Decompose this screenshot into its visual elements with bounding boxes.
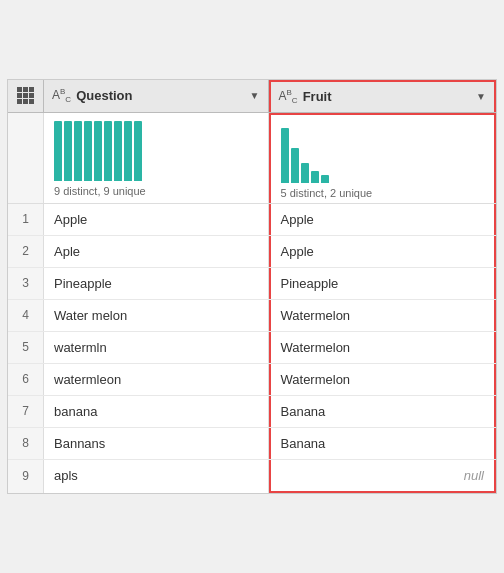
fruit-value: null bbox=[269, 460, 497, 493]
table-row: 2ApleApple bbox=[8, 236, 496, 268]
question-value: Bannans bbox=[44, 428, 269, 459]
fruit-histogram-label: 5 distinct, 2 unique bbox=[281, 187, 373, 199]
row-number: 9 bbox=[8, 460, 44, 493]
row-num-header bbox=[8, 80, 44, 111]
fruit-value: Watermelon bbox=[269, 364, 497, 395]
table-row: 6watermleonWatermelon bbox=[8, 364, 496, 396]
bar bbox=[134, 121, 142, 181]
fruit-sort-arrow[interactable]: ▼ bbox=[476, 91, 486, 102]
fruit-value: Pineapple bbox=[269, 268, 497, 299]
bar bbox=[124, 121, 132, 181]
question-histogram-label: 9 distinct, 9 unique bbox=[54, 185, 146, 197]
fruit-value: Apple bbox=[269, 236, 497, 267]
data-table: ABC Question ▼ ABC Fruit ▼ 9 distinct, 9… bbox=[7, 79, 497, 493]
question-sort-arrow[interactable]: ▼ bbox=[250, 90, 260, 101]
question-value: watermln bbox=[44, 332, 269, 363]
question-value: watermleon bbox=[44, 364, 269, 395]
table-row: 1AppleApple bbox=[8, 204, 496, 236]
bar bbox=[74, 121, 82, 181]
fruit-value: Apple bbox=[269, 204, 497, 235]
row-number: 5 bbox=[8, 332, 44, 363]
table-row: 7bananaBanana bbox=[8, 396, 496, 428]
table-row: 3PineapplePineapple bbox=[8, 268, 496, 300]
fruit-value: Banana bbox=[269, 396, 497, 427]
bar bbox=[321, 175, 329, 183]
bar bbox=[281, 128, 289, 183]
row-number: 7 bbox=[8, 396, 44, 427]
abc-icon-fruit: ABC bbox=[279, 88, 298, 105]
fruit-histogram: 5 distinct, 2 unique bbox=[269, 113, 497, 203]
bar bbox=[311, 171, 319, 183]
row-number: 8 bbox=[8, 428, 44, 459]
fruit-value: Watermelon bbox=[269, 300, 497, 331]
table-row: 9aplsnull bbox=[8, 460, 496, 493]
abc-icon-question: ABC bbox=[52, 87, 71, 104]
table-row: 8BannansBanana bbox=[8, 428, 496, 460]
table-row: 4Water melonWatermelon bbox=[8, 300, 496, 332]
question-value: apls bbox=[44, 460, 269, 493]
question-value: Apple bbox=[44, 204, 269, 235]
data-rows: 1AppleApple2ApleApple3PineapplePineapple… bbox=[8, 204, 496, 493]
bar bbox=[54, 121, 62, 181]
fruit-value: Watermelon bbox=[269, 332, 497, 363]
bar bbox=[104, 121, 112, 181]
bar bbox=[64, 121, 72, 181]
bar bbox=[291, 148, 299, 183]
question-histogram: 9 distinct, 9 unique bbox=[44, 113, 269, 203]
histogram-row-num bbox=[8, 113, 44, 203]
fruit-column-header[interactable]: ABC Fruit ▼ bbox=[269, 80, 497, 111]
histogram-row: 9 distinct, 9 unique 5 distinct, 2 uniqu… bbox=[8, 113, 496, 204]
question-value: banana bbox=[44, 396, 269, 427]
fruit-column-label: Fruit bbox=[303, 89, 476, 104]
row-number: 3 bbox=[8, 268, 44, 299]
row-number: 1 bbox=[8, 204, 44, 235]
fruit-bars bbox=[281, 123, 329, 183]
question-value: Pineapple bbox=[44, 268, 269, 299]
question-bars bbox=[54, 121, 142, 181]
row-number: 2 bbox=[8, 236, 44, 267]
question-value: Aple bbox=[44, 236, 269, 267]
bar bbox=[94, 121, 102, 181]
null-value: null bbox=[281, 468, 485, 483]
question-column-label: Question bbox=[76, 88, 249, 103]
bar bbox=[84, 121, 92, 181]
bar bbox=[301, 163, 309, 183]
question-value: Water melon bbox=[44, 300, 269, 331]
row-number: 6 bbox=[8, 364, 44, 395]
header-row: ABC Question ▼ ABC Fruit ▼ bbox=[8, 80, 496, 112]
question-column-header[interactable]: ABC Question ▼ bbox=[44, 80, 269, 111]
bar bbox=[114, 121, 122, 181]
row-number: 4 bbox=[8, 300, 44, 331]
grid-icon bbox=[17, 87, 34, 104]
fruit-value: Banana bbox=[269, 428, 497, 459]
table-row: 5watermlnWatermelon bbox=[8, 332, 496, 364]
